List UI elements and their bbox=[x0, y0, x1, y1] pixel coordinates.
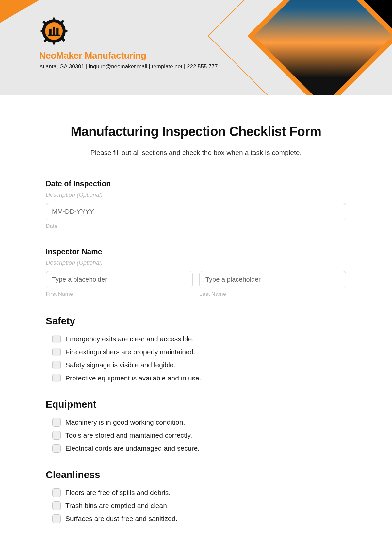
svg-rect-11 bbox=[53, 27, 55, 35]
checkbox[interactable] bbox=[52, 374, 61, 382]
check-label: Machinery is in good working condition. bbox=[65, 418, 185, 426]
svg-rect-13 bbox=[48, 35, 60, 36]
form-subtitle: Please fill out all sections and check t… bbox=[46, 149, 346, 157]
safety-title: Safety bbox=[46, 315, 346, 327]
logo-block: NeoMaker Manufacturing Atlanta, GA 30301… bbox=[39, 16, 218, 70]
list-item: Trash bins are emptied and clean. bbox=[52, 501, 346, 510]
company-logo-icon bbox=[39, 16, 69, 46]
svg-rect-2 bbox=[53, 41, 55, 45]
checkbox[interactable] bbox=[52, 348, 61, 356]
svg-rect-1 bbox=[53, 18, 55, 22]
safety-list: Emergency exits are clear and accessible… bbox=[46, 335, 346, 382]
checkbox[interactable] bbox=[52, 501, 61, 510]
date-sublabel: Date bbox=[46, 223, 346, 229]
checkbox[interactable] bbox=[52, 418, 61, 427]
checkbox[interactable] bbox=[52, 335, 61, 343]
date-field-group: Date of Inspection Description (Optional… bbox=[46, 179, 346, 229]
svg-rect-12 bbox=[56, 28, 58, 35]
name-field-group: Inspector Name Description (Optional) Fi… bbox=[46, 247, 346, 297]
svg-rect-10 bbox=[49, 29, 52, 35]
cleanliness-title: Cleanliness bbox=[46, 469, 346, 480]
list-item: Fire extinguishers are properly maintain… bbox=[52, 348, 346, 356]
check-label: Trash bins are emptied and clean. bbox=[65, 502, 169, 510]
check-label: Surfaces are dust-free and sanitized. bbox=[65, 515, 177, 523]
last-name-input[interactable] bbox=[199, 271, 346, 288]
inspector-name-label: Inspector Name bbox=[46, 247, 346, 256]
date-description: Description (Optional) bbox=[46, 192, 346, 198]
form-content: Manufacturing Inspection Checklist Form … bbox=[0, 95, 392, 547]
date-input[interactable] bbox=[46, 203, 346, 220]
check-label: Floors are free of spills and debris. bbox=[65, 489, 171, 497]
date-label: Date of Inspection bbox=[46, 179, 346, 188]
list-item: Floors are free of spills and debris. bbox=[52, 488, 346, 497]
cleanliness-list: Floors are free of spills and debris. Tr… bbox=[46, 488, 346, 523]
first-name-input[interactable] bbox=[46, 271, 193, 288]
list-item: Protective equipment is available and in… bbox=[52, 374, 346, 382]
company-name: NeoMaker Manufacturing bbox=[39, 50, 218, 61]
list-item: Safety signage is visible and legible. bbox=[52, 361, 346, 369]
list-item: Tools are stored and maintained correctl… bbox=[52, 431, 346, 440]
list-item: Emergency exits are clear and accessible… bbox=[52, 335, 346, 343]
last-name-sublabel: Last Name bbox=[199, 291, 346, 297]
equipment-title: Equipment bbox=[46, 399, 346, 410]
checkbox[interactable] bbox=[52, 514, 61, 523]
form-title: Manufacturing Inspection Checklist Form bbox=[46, 124, 346, 139]
check-label: Emergency exits are clear and accessible… bbox=[65, 335, 194, 343]
list-item: Electrical cords are undamaged and secur… bbox=[52, 444, 346, 453]
corner-triangle-decoration bbox=[0, 0, 39, 23]
checkbox[interactable] bbox=[52, 361, 61, 369]
check-label: Fire extinguishers are properly maintain… bbox=[65, 348, 195, 356]
svg-rect-4 bbox=[63, 30, 68, 32]
checkbox[interactable] bbox=[52, 444, 61, 453]
check-label: Tools are stored and maintained correctl… bbox=[65, 431, 192, 439]
black-corner-decoration bbox=[333, 0, 392, 42]
list-item: Surfaces are dust-free and sanitized. bbox=[52, 514, 346, 523]
check-label: Electrical cords are undamaged and secur… bbox=[65, 445, 200, 452]
page-header: NeoMaker Manufacturing Atlanta, GA 30301… bbox=[0, 0, 392, 95]
check-label: Safety signage is visible and legible. bbox=[65, 361, 175, 369]
checkbox[interactable] bbox=[52, 488, 61, 497]
first-name-sublabel: First Name bbox=[46, 291, 193, 297]
company-meta: Atlanta, GA 30301 | inquire@neomaker.mai… bbox=[39, 63, 218, 70]
svg-rect-3 bbox=[41, 30, 45, 32]
list-item: Machinery is in good working condition. bbox=[52, 418, 346, 427]
check-label: Protective equipment is available and in… bbox=[65, 374, 201, 382]
equipment-list: Machinery is in good working condition. … bbox=[46, 418, 346, 453]
inspector-name-description: Description (Optional) bbox=[46, 260, 346, 266]
checkbox[interactable] bbox=[52, 431, 61, 440]
